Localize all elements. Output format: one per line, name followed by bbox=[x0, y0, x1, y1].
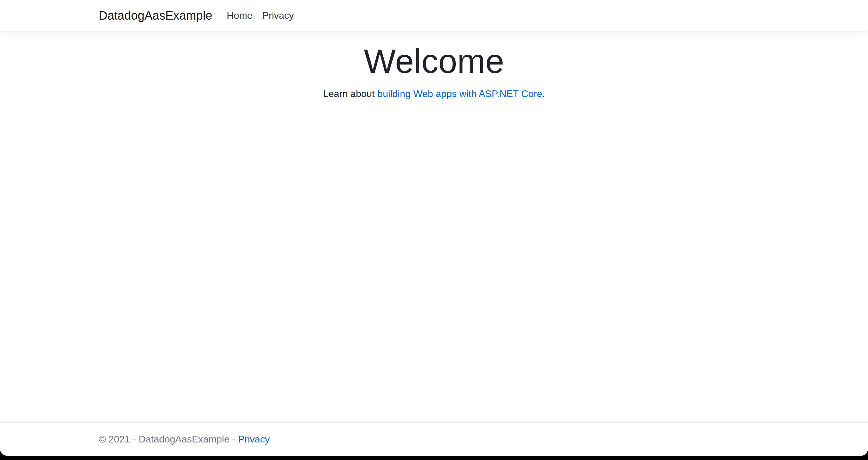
footer-privacy-link[interactable]: Privacy bbox=[238, 434, 270, 444]
copyright-text: © 2021 - DatadogAasExample - bbox=[99, 434, 238, 444]
browser-page: DatadogAasExample Home Privacy Welcome L… bbox=[0, 0, 868, 456]
top-navbar: DatadogAasExample Home Privacy bbox=[0, 0, 868, 31]
navbar-links: Home Privacy bbox=[222, 5, 299, 26]
intro-text: Learn about building Web apps with ASP.N… bbox=[99, 86, 769, 101]
welcome-heading: Welcome bbox=[99, 41, 769, 82]
intro-prefix: Learn about bbox=[323, 88, 377, 99]
page-footer: © 2021 - DatadogAasExample - Privacy bbox=[0, 422, 868, 456]
nav-link-home[interactable]: Home bbox=[222, 5, 257, 26]
main-content: Welcome Learn about building Web apps wi… bbox=[90, 31, 778, 101]
navbar-brand-link[interactable]: DatadogAasExample bbox=[99, 9, 212, 22]
nav-link-privacy[interactable]: Privacy bbox=[257, 5, 299, 26]
intro-suffix: . bbox=[542, 88, 545, 99]
aspnet-core-link[interactable]: building Web apps with ASP.NET Core bbox=[377, 88, 542, 99]
